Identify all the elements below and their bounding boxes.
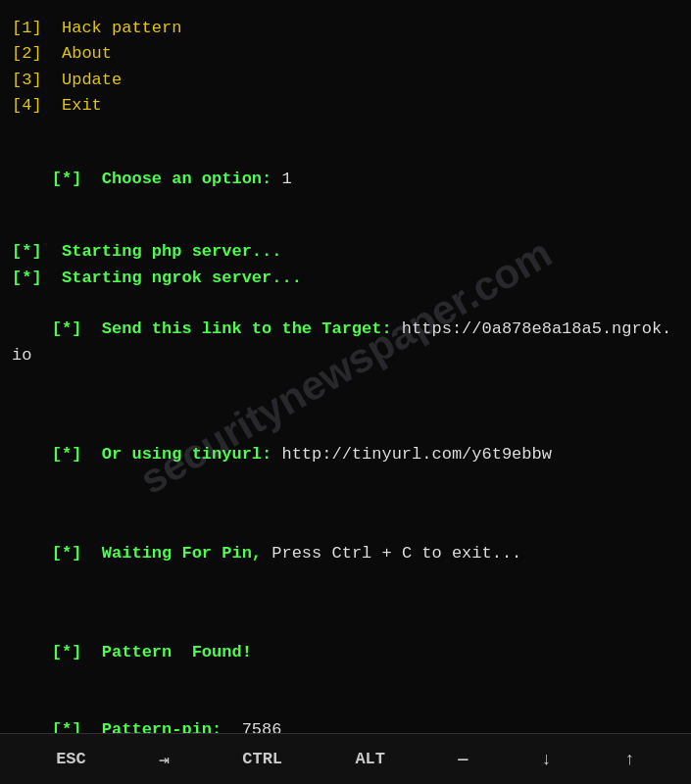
ctrl-key[interactable]: CTRL — [242, 750, 282, 768]
menu-item-4: [4] Exit — [12, 93, 679, 119]
tab-icon[interactable]: ⇥ — [159, 749, 170, 770]
bottom-bar: ESC ⇥ CTRL ALT — ↓ ↑ — [0, 733, 691, 784]
send-link-line: [*] Send this link to the Target: https:… — [12, 291, 679, 394]
choose-option-line: [*] Choose an option: 1 — [12, 140, 679, 218]
php-server-line: [*] Starting php server... — [12, 239, 679, 265]
tinyurl-line: [*] Or using tinyurl: http://tinyurl.com… — [12, 416, 679, 493]
menu-item-2: [2] About — [12, 41, 679, 67]
terminal-output: securitynewspaper.com [1] Hack pattern [… — [0, 0, 691, 733]
waiting-pin-line: [*] Waiting For Pin, Press Ctrl + C to e… — [12, 515, 679, 593]
pattern-pin-line: [*] Pattern-pin: 7586 — [12, 692, 679, 733]
menu-item-3: [3] Update — [12, 68, 679, 93]
alt-key[interactable]: ALT — [355, 750, 385, 768]
menu-item-1: [1] Hack pattern — [12, 16, 679, 41]
ngrok-server-line: [*] Starting ngrok server... — [12, 266, 679, 291]
down-arrow-key[interactable]: ↓ — [541, 750, 552, 769]
dash-key[interactable]: — — [458, 750, 468, 768]
up-arrow-key[interactable]: ↑ — [624, 750, 635, 769]
pattern-found-line: [*] Pattern Found! — [12, 614, 679, 692]
esc-key[interactable]: ESC — [56, 750, 86, 768]
